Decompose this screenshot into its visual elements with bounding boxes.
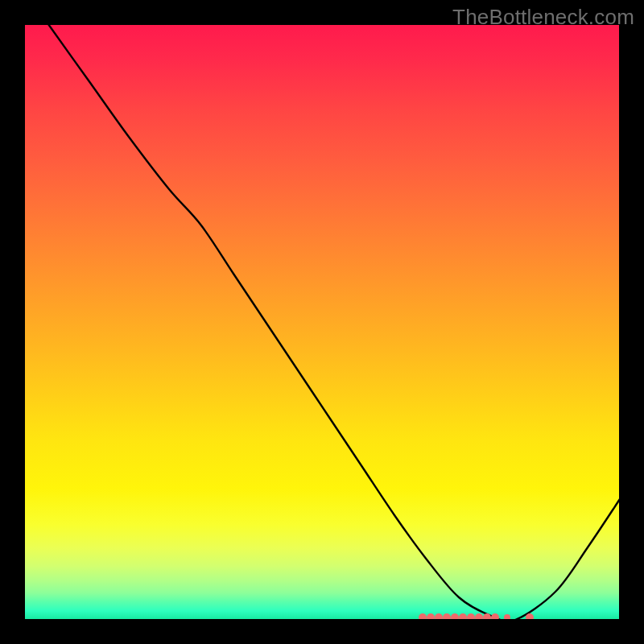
bottom-dot [467, 613, 475, 620]
bottom-dot [435, 613, 443, 620]
chart-frame: TheBottleneck.com [0, 0, 644, 644]
bottom-dot [475, 613, 483, 620]
watermark-text: TheBottleneck.com [452, 5, 634, 30]
bottom-dot [504, 614, 510, 620]
curve-layer [24, 24, 620, 620]
bottom-dot [427, 613, 435, 620]
bottom-dot [491, 613, 499, 620]
bottom-dot [443, 613, 451, 620]
bottom-dot [451, 613, 459, 620]
bottleneck-curve [48, 24, 620, 620]
bottom-dot [419, 613, 427, 620]
bottom-dot [459, 613, 467, 620]
plot-area [24, 24, 620, 620]
